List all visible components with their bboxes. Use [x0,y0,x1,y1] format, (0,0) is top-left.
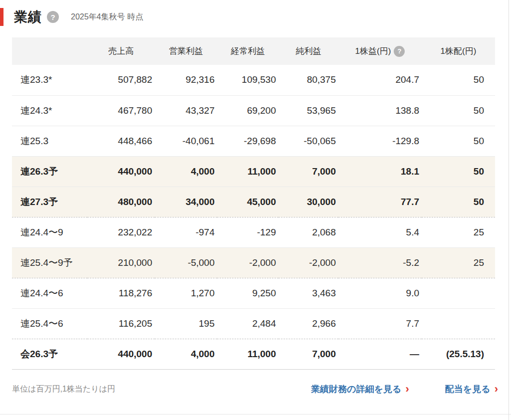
chevron-right-icon: › [495,384,498,395]
value-cell: 7,000 [278,156,338,187]
value-cell: 50 [422,95,495,126]
table-row: 連27.3予480,00034,00045,00030,00077.750 [12,187,495,217]
value-cell: -5,000 [155,247,217,278]
period-label: 連25.4〜6 [12,308,87,339]
value-cell: -40,061 [155,126,217,156]
value-cell: 34,000 [155,187,217,217]
value-cell: 232,022 [87,217,155,247]
value-cell: 467,780 [87,95,155,126]
performance-detail-link-label: 業績財務の詳細を見る [311,383,401,395]
column-header: 1株配(円) [422,37,495,65]
value-cell: -5.2 [338,247,422,278]
period-label: 連23.3* [12,65,87,95]
value-cell: 440,000 [87,156,155,187]
value-cell: 440,000 [87,339,155,369]
value-cell: 210,000 [87,247,155,278]
table-footer: 単位は百万円,1株当たりは円 業績財務の詳細を見る › 配当を見る › [12,383,498,395]
value-cell: 25 [422,247,495,278]
performance-table-wrap: 売上高営業利益経常利益純利益1株益(円)?1株配(円) 連23.3*507,88… [12,37,495,370]
dividend-link[interactable]: 配当を見る › [445,383,498,395]
value-cell: 3,463 [278,278,338,308]
period-label: 連24.4〜9 [12,217,87,247]
value-cell: (25.5.13) [422,339,495,369]
performance-table: 売上高営業利益経常利益純利益1株益(円)?1株配(円) 連23.3*507,88… [12,37,495,370]
value-cell: 50 [422,156,495,187]
column-header: 経常利益 [217,37,278,65]
right-divider [509,0,509,420]
table-row: 連24.4〜9232,022-974-1292,0685.425 [12,217,495,247]
period-label: 連26.3予 [12,156,87,187]
column-header: 売上高 [87,37,155,65]
page-title: 業績 [14,8,42,26]
table-row: 連24.3*467,78043,32769,20053,965138.850 [12,95,495,126]
value-cell: -29,698 [217,126,278,156]
period-label: 会26.3予 [12,339,87,369]
column-header-label: 営業利益 [169,45,203,57]
value-cell [422,278,495,308]
value-cell: 50 [422,65,495,95]
dividend-link-label: 配当を見る [445,383,491,395]
column-header: 営業利益 [155,37,217,65]
help-icon[interactable]: ? [47,11,59,23]
value-cell: 53,965 [278,95,338,126]
value-cell: 448,466 [87,126,155,156]
value-cell: 204.7 [338,65,422,95]
bottom-divider [0,414,511,415]
value-cell: 9,250 [217,278,278,308]
accent-bar [0,8,3,26]
value-cell: 4,000 [155,156,217,187]
unit-note: 単位は百万円,1株当たりは円 [12,384,115,395]
value-cell: 507,882 [87,65,155,95]
column-header-label: 純利益 [296,45,321,57]
column-header-label: 1株益(円) [355,45,391,57]
value-cell: 25 [422,217,495,247]
edition-note: 2025年4集秋号 時点 [71,12,143,22]
value-cell: 7.7 [338,308,422,339]
value-cell: 116,205 [87,308,155,339]
value-cell: 77.7 [338,187,422,217]
value-cell: 80,375 [278,65,338,95]
table-header-row: 売上高営業利益経常利益純利益1株益(円)?1株配(円) [12,37,495,65]
period-label: 連24.3* [12,95,87,126]
value-cell: 118,276 [87,278,155,308]
column-header: 1株益(円)? [338,37,422,65]
value-cell: 92,316 [155,65,217,95]
value-cell: 18.1 [338,156,422,187]
value-cell: -2,000 [217,247,278,278]
value-cell: 43,327 [155,95,217,126]
table-row: 連26.3予440,0004,00011,0007,00018.150 [12,156,495,187]
value-cell: 50 [422,187,495,217]
table-row: 連25.4〜6116,2051952,4842,9667.7 [12,308,495,339]
table-row: 連25.4〜9予210,000-5,000-2,000-2,000-5.225 [12,247,495,278]
footer-links: 業績財務の詳細を見る › 配当を見る › [311,383,498,395]
period-label: 連27.3予 [12,187,87,217]
help-icon[interactable]: ? [394,46,405,57]
chevron-right-icon: › [406,384,409,395]
table-body: 連23.3*507,88292,316109,53080,375204.750連… [12,65,495,369]
value-cell: 11,000 [217,339,278,369]
value-cell: -974 [155,217,217,247]
table-row: 会26.3予440,0004,00011,0007,000—(25.5.13) [12,339,495,369]
value-cell: 195 [155,308,217,339]
value-cell: 109,530 [217,65,278,95]
value-cell: 1,270 [155,278,217,308]
value-cell: 45,000 [217,187,278,217]
column-header-label: 経常利益 [231,45,265,57]
period-label: 連25.3 [12,126,87,156]
column-header-label: 売上高 [108,45,134,57]
value-cell: 11,000 [217,156,278,187]
value-cell: 9.0 [338,278,422,308]
section-header: 業績 ? 2025年4集秋号 時点 [0,7,511,27]
value-cell: -2,000 [278,247,338,278]
performance-detail-link[interactable]: 業績財務の詳細を見る › [311,383,409,395]
value-cell: 7,000 [278,339,338,369]
table-row: 連23.3*507,88292,316109,53080,375204.750 [12,65,495,95]
period-column-header [12,37,87,65]
value-cell: 50 [422,126,495,156]
value-cell: 30,000 [278,187,338,217]
value-cell: 69,200 [217,95,278,126]
value-cell: -129.8 [338,126,422,156]
value-cell: -129 [217,217,278,247]
value-cell: 2,966 [278,308,338,339]
column-header: 純利益 [278,37,338,65]
